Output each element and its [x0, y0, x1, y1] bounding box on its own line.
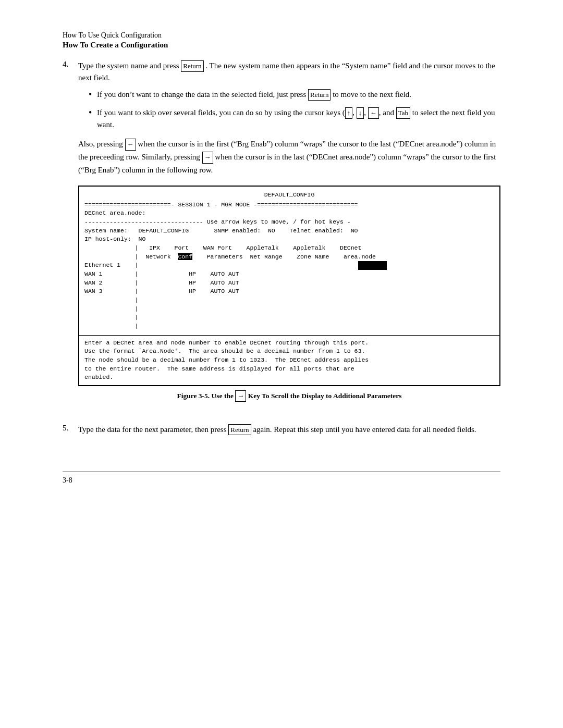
item5-text-before: Type the data for the next parameter, th…: [78, 425, 226, 434]
item4-main-para: Type the system name and press Return . …: [78, 60, 500, 83]
terminal-blank2: |: [84, 305, 494, 314]
terminal-bottom-3: The node should be a decimal number from…: [84, 356, 494, 365]
section-header-bold: How To Create a Configuration: [63, 41, 500, 50]
terminal-blank4: |: [84, 322, 494, 331]
bullet-dot-1: •: [89, 89, 97, 101]
bullet1-return-key: Return: [308, 89, 331, 101]
section-header-light: How To Use Quick Configuration: [63, 31, 500, 40]
figure-caption: Figure 3-5. Use the → Key To Scroll the …: [78, 390, 500, 402]
also-key-left: ←: [125, 139, 136, 151]
terminal-bottom-2: Use the format `Area.Node'. The area sho…: [84, 347, 494, 356]
bullet-list-4: • If you don’t want to change the data i…: [89, 89, 500, 130]
numbered-item-4: 4. Type the system name and press Return…: [63, 60, 500, 414]
bullet-dot-2: •: [89, 107, 97, 130]
item-content-5: Type the data for the next parameter, th…: [78, 424, 500, 441]
item-number-4: 4.: [63, 60, 78, 414]
terminal-bottom-4: to the entire router. The same address i…: [84, 365, 494, 374]
terminal-blank1: |: [84, 296, 494, 305]
also-key-right: →: [202, 152, 213, 164]
page-footer: 3-8: [63, 472, 500, 485]
bullet-text-2: If you want to skip over several fields,…: [97, 107, 500, 130]
item5-text-after: again. Repeat this step until you have e…: [253, 425, 476, 434]
item-content-4: Type the system name and press Return . …: [78, 60, 500, 414]
terminal-screenshot: DEFAULT_CONFIG ========================-…: [78, 186, 500, 386]
terminal-decnet-line: DECnet area.node:: [84, 209, 494, 218]
terminal-header1: | IPX Port WAN Port AppleTalk AppleTalk …: [84, 244, 494, 253]
item5-main-para: Type the data for the next parameter, th…: [78, 424, 500, 436]
conf-highlight: Conf: [178, 253, 192, 260]
terminal-blank3: |: [84, 313, 494, 322]
page-container: How To Use Quick Configuration How To Cr…: [63, 31, 500, 485]
also-paragraph: Also, pressing ← when the cursor is in t…: [78, 138, 500, 176]
numbered-item-5: 5. Type the data for the next parameter,…: [63, 424, 500, 441]
item-number-5: 5.: [63, 424, 78, 441]
terminal-header2: | Network Conf Parameters Net Range Zone…: [84, 253, 494, 262]
terminal-arrow-line: --------------------------------- Use ar…: [84, 218, 494, 227]
terminal-bottom: Enter a DECnet area and node number to e…: [79, 335, 499, 385]
key-tab: Tab: [396, 107, 410, 119]
terminal-ethernet: Ethernet 1 |: [84, 261, 494, 270]
page-number: 3-8: [63, 476, 72, 484]
terminal-session-line: ========================- SESSION 1 - MG…: [84, 201, 494, 209]
item5-return-key: Return: [228, 424, 251, 436]
bullet-item-2: • If you want to skip over several field…: [89, 107, 500, 130]
terminal-bottom-1: Enter a DECnet area and node number to e…: [84, 339, 494, 348]
terminal-wan1: WAN 1 | HP AUTO AUT: [84, 270, 494, 279]
bullet-text-1: If you don’t want to change the data in …: [97, 89, 500, 101]
terminal-inner: DEFAULT_CONFIG ========================-…: [79, 187, 499, 335]
terminal-wan3: WAN 3 | HP AUTO AUT: [84, 287, 494, 296]
terminal-title: DEFAULT_CONFIG: [84, 191, 494, 200]
bullet-item-1: • If you don’t want to change the data i…: [89, 89, 500, 101]
key-up: ↑: [345, 107, 353, 119]
figure-caption-prefix: Figure 3-5. Use the: [177, 392, 233, 400]
terminal-bottom-5: enabled.: [84, 373, 494, 382]
item4-text-before-key: Type the system name and press: [78, 61, 179, 70]
figure-key: →: [235, 390, 246, 402]
key-down: ↓: [357, 107, 364, 119]
item4-return-key: Return: [181, 60, 203, 72]
terminal-ip-host: IP host-only: NO: [84, 235, 494, 244]
figure-caption-suffix: Key To Scroll the Display to Additional …: [248, 392, 402, 400]
terminal-system-name: System name: DEFAULT_CONFIG SNMP enabled…: [84, 227, 494, 236]
terminal-wan2: WAN 2 | HP AUTO AUT: [84, 279, 494, 288]
key-left: ←: [368, 107, 379, 119]
